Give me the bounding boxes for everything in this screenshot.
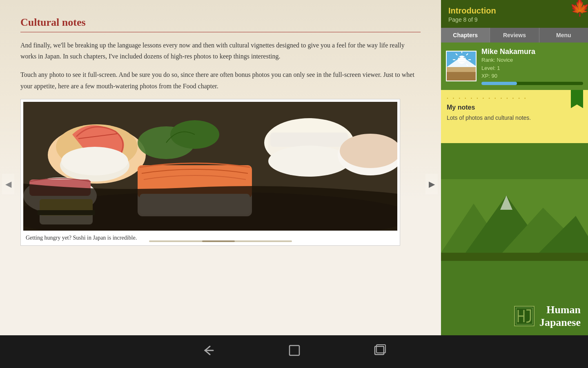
- svg-point-20: [268, 146, 350, 177]
- prev-page-button[interactable]: ◀: [2, 174, 14, 194]
- sidebar-header: 🍁 Introduction Page 8 of 9: [441, 0, 588, 28]
- maple-leaves-decoration: 🍁: [570, 0, 588, 17]
- logo-icon: [514, 306, 535, 326]
- sidebar: 🍁 Introduction Page 8 of 9 Chapters Revi…: [441, 0, 588, 335]
- svg-point-5: [61, 147, 128, 175]
- profile-xp: XP: 90: [481, 72, 583, 80]
- xp-bar-container: [481, 82, 583, 85]
- content-area: Cultural notes And finally, we'll be bre…: [0, 0, 441, 335]
- paragraph-1: And finally, we'll be breaking up the la…: [20, 40, 421, 62]
- notes-title: My notes: [447, 104, 582, 111]
- bottom-nav: [0, 335, 588, 368]
- svg-rect-19: [270, 132, 348, 147]
- scroll-area: [20, 239, 421, 244]
- right-arrow-icon: ▶: [429, 179, 435, 189]
- notes-dots: • • • • • • • • • • • • • •: [447, 96, 582, 101]
- svg-rect-43: [290, 346, 299, 355]
- tab-chapters[interactable]: Chapters: [441, 28, 490, 43]
- sushi-image[interactable]: [23, 102, 397, 231]
- tab-reviews[interactable]: Reviews: [490, 28, 539, 43]
- sidebar-logo: Human Japanese: [441, 297, 588, 335]
- back-button[interactable]: [202, 345, 215, 359]
- section-divider: [20, 32, 421, 32]
- photo-container[interactable]: Getting hungry yet? Sushi in Japan is in…: [20, 99, 400, 246]
- left-arrow-icon: ◀: [5, 179, 11, 189]
- profile-rank: Rank: Novice: [481, 56, 583, 64]
- paragraph-2: Touch any photo to see it full-screen. A…: [20, 69, 421, 91]
- svg-rect-40: [441, 253, 588, 261]
- notes-section: • • • • • • • • • • • • • • My notes Lot…: [441, 90, 588, 143]
- logo-text: Human Japanese: [539, 303, 581, 329]
- sidebar-page-info: Page 8 of 9: [448, 16, 581, 23]
- sidebar-section-title: Introduction: [448, 6, 581, 16]
- home-button[interactable]: [288, 344, 301, 359]
- scroll-track: [149, 240, 292, 242]
- svg-rect-33: [447, 72, 477, 81]
- profile-name: Mike Nakamura: [481, 47, 583, 56]
- sidebar-tabs: Chapters Reviews Menu: [441, 28, 588, 43]
- next-page-button[interactable]: ▶: [425, 174, 438, 194]
- sidebar-mountain-bg: [441, 143, 588, 297]
- profile-info: Mike Nakamura Rank: Novice Level: 1 XP: …: [481, 47, 583, 85]
- tab-menu[interactable]: Menu: [539, 28, 588, 43]
- profile-level: Level: 1: [481, 64, 583, 72]
- profile-card: Mike Nakamura Rank: Novice Level: 1 XP: …: [441, 43, 588, 90]
- recents-button[interactable]: [374, 344, 386, 359]
- scroll-thumb: [202, 240, 235, 242]
- section-title: Cultural notes: [20, 16, 421, 29]
- notes-text: Lots of photos and cultural notes.: [447, 114, 582, 122]
- xp-bar-fill: [481, 82, 517, 85]
- profile-avatar: [446, 51, 477, 81]
